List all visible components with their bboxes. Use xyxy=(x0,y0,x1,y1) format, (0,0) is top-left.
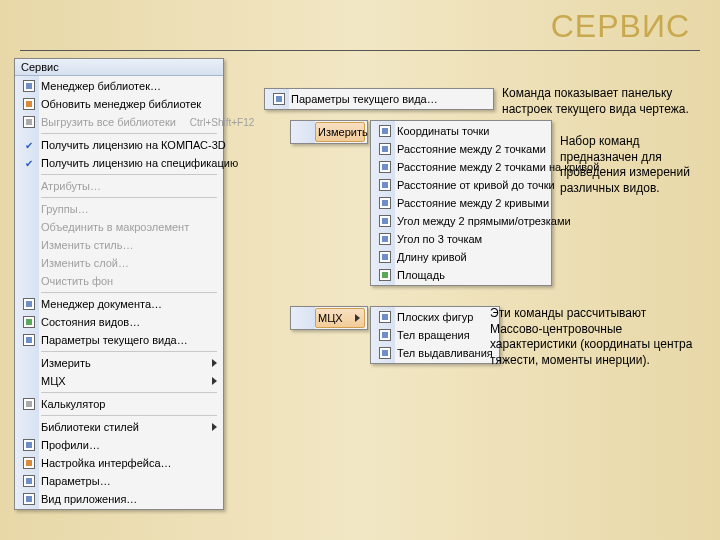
measure-item-5[interactable]: Угол между 2 прямыми/отрезками xyxy=(395,212,549,230)
menu-item-label: Библиотеки стилей xyxy=(41,421,206,433)
service-item-27[interactable]: Параметры… xyxy=(39,472,221,490)
shortcut-label: Ctrl+Shift+F12 xyxy=(190,117,254,128)
menu-item-label: Атрибуты… xyxy=(41,180,217,192)
separator xyxy=(41,392,217,393)
service-item-12: Изменить слой… xyxy=(39,254,221,272)
separator xyxy=(41,292,217,293)
menu-item-label: Параметры… xyxy=(41,475,217,487)
mcx-submenu: Плоских фигурТел вращенияТел выдавливани… xyxy=(370,306,500,364)
separator xyxy=(41,174,217,175)
blank-icon xyxy=(19,255,39,271)
service-item-10: Объединить в макроэлемент xyxy=(39,218,221,236)
service-item-11: Изменить стиль… xyxy=(39,236,221,254)
menu-item-label: Длину кривой xyxy=(397,251,545,263)
menu-item-label: Угол между 2 прямыми/отрезками xyxy=(397,215,571,227)
service-item-20[interactable]: МЦХ xyxy=(39,372,221,390)
chevron-right-icon xyxy=(212,359,217,367)
service-item-19[interactable]: Измерить xyxy=(39,354,221,372)
blank-icon xyxy=(19,237,39,253)
measure-parent: Измерить xyxy=(290,120,368,144)
caption-measure: Набор команд предназначен для проведения… xyxy=(560,134,710,196)
mcx-item-1[interactable]: Тел вращения xyxy=(395,326,497,344)
m3-icon xyxy=(375,177,395,193)
menu-item-label: Группы… xyxy=(41,203,217,215)
blank-icon xyxy=(19,201,39,217)
measure-item-highlighted[interactable]: Измерить xyxy=(315,122,365,142)
menu-item-label: Координаты точки xyxy=(397,125,545,137)
menu-item-label: Изменить слой… xyxy=(41,257,217,269)
menu-item-label: Изменить стиль… xyxy=(41,239,217,251)
menu-item-label: Угол по 3 точкам xyxy=(397,233,545,245)
separator xyxy=(41,351,217,352)
calc-icon xyxy=(19,396,39,412)
views-icon xyxy=(19,314,39,330)
mcx-item-0[interactable]: Плоских фигур xyxy=(395,308,497,326)
service-item-5[interactable]: ✔Получить лицензию на спецификацию xyxy=(39,154,221,172)
caption-params: Команда показывает панельку настроек тек… xyxy=(502,86,702,117)
service-item-0[interactable]: Менеджер библиотек… xyxy=(39,77,221,95)
menu-item-label: Тел вращения xyxy=(397,329,493,341)
ext-icon xyxy=(375,345,395,361)
params-icon xyxy=(19,332,39,348)
service-menu: Сервис Менеджер библиотек…Обновить менед… xyxy=(14,58,224,510)
m1-icon xyxy=(375,141,395,157)
box-icon xyxy=(19,78,39,94)
mcx-item-highlighted[interactable]: МЦХ xyxy=(315,308,365,328)
menu-item-label: Тел выдавливания xyxy=(397,347,493,359)
blank-icon xyxy=(19,355,39,371)
service-item-4[interactable]: ✔Получить лицензию на КОМПАС-3D xyxy=(39,136,221,154)
chevron-right-icon xyxy=(212,377,217,385)
measure-item-2[interactable]: Расстояние между 2 точками на кривой xyxy=(395,158,549,176)
separator xyxy=(41,197,217,198)
blank-icon xyxy=(19,219,39,235)
menu-item-label: Профили… xyxy=(41,439,217,451)
menu-item-label: Настройка интерфейса… xyxy=(41,457,217,469)
measure-item-7[interactable]: Длину кривой xyxy=(395,248,549,266)
service-item-17[interactable]: Параметры текущего вида… xyxy=(39,331,221,349)
menu-item-label: Объединить в макроэлемент xyxy=(41,221,217,233)
service-item-24[interactable]: Библиотеки стилей xyxy=(39,418,221,436)
menu-item-label: Расстояние между 2 кривыми xyxy=(397,197,549,209)
separator xyxy=(41,415,217,416)
menu-item-label: Очистить фон xyxy=(41,275,217,287)
service-item-15[interactable]: Менеджер документа… xyxy=(39,295,221,313)
menu-item-label: Получить лицензию на КОМПАС-3D xyxy=(41,139,226,151)
blank-icon xyxy=(19,178,39,194)
flat-icon xyxy=(375,309,395,325)
measure-item-8[interactable]: Площадь xyxy=(395,266,549,284)
menu-item-label: МЦХ xyxy=(41,375,206,387)
measure-item-4[interactable]: Расстояние между 2 кривыми xyxy=(395,194,549,212)
menu-gutter xyxy=(291,307,315,329)
m2-icon xyxy=(375,159,395,175)
blank-icon xyxy=(19,273,39,289)
rev-icon xyxy=(375,327,395,343)
unload-icon xyxy=(19,114,39,130)
menu-item-label: Измерить xyxy=(41,357,206,369)
measure-item-0[interactable]: Координаты точки xyxy=(395,122,549,140)
params-view-popup: Параметры текущего вида… xyxy=(264,88,494,110)
params-current-view-item[interactable]: Параметры текущего вида… xyxy=(289,90,491,108)
service-item-1[interactable]: Обновить менеджер библиотек xyxy=(39,95,221,113)
service-item-22[interactable]: Калькулятор xyxy=(39,395,221,413)
service-item-26[interactable]: Настройка интерфейса… xyxy=(39,454,221,472)
service-item-25[interactable]: Профили… xyxy=(39,436,221,454)
menu-item-label: Параметры текущего вида… xyxy=(41,334,217,346)
doc-icon xyxy=(19,296,39,312)
menu-item-label: Выгрузить все библиотеки xyxy=(41,116,176,128)
blank-icon xyxy=(19,419,39,435)
profile-icon xyxy=(19,437,39,453)
pt-icon xyxy=(375,123,395,139)
gear-icon xyxy=(19,455,39,471)
mcx-item-2[interactable]: Тел выдавливания xyxy=(395,344,497,362)
ang3-icon xyxy=(375,231,395,247)
measure-item-1[interactable]: Расстояние между 2 точками xyxy=(395,140,549,158)
len-icon xyxy=(375,249,395,265)
service-item-16[interactable]: Состояния видов… xyxy=(39,313,221,331)
menu-item-label: Получить лицензию на спецификацию xyxy=(41,157,238,169)
mcx-parent: МЦХ xyxy=(290,306,368,330)
m4-icon xyxy=(375,195,395,211)
measure-item-3[interactable]: Расстояние от кривой до точки xyxy=(395,176,549,194)
service-item-28[interactable]: Вид приложения… xyxy=(39,490,221,508)
measure-item-6[interactable]: Угол по 3 точкам xyxy=(395,230,549,248)
menu-item-label: Расстояние между 2 точками xyxy=(397,143,546,155)
